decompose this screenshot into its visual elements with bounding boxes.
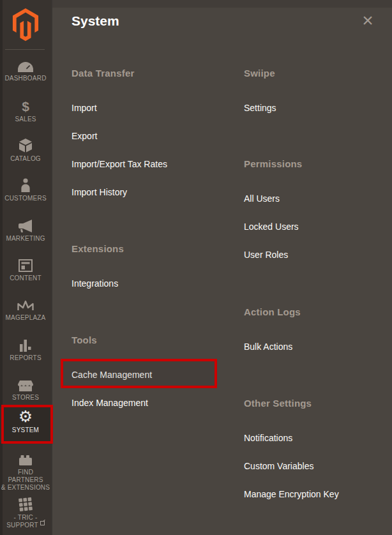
menu-item-cache-management[interactable]: Cache Management xyxy=(72,368,239,381)
section-data-transfer: Data Transfer Import Export Import/Expor… xyxy=(72,67,239,214)
sidebar-item-customers[interactable]: CUSTOMERS xyxy=(0,175,51,212)
sidebar-item-label: - TRIC - SUPPORT xyxy=(6,514,45,529)
section-tools: Tools Cache Management Index Management xyxy=(72,334,239,425)
external-link-icon xyxy=(40,521,45,525)
magento-logo-icon xyxy=(11,8,40,41)
menu-item-import[interactable]: Import xyxy=(72,102,239,114)
mageplaza-m-icon xyxy=(17,294,34,312)
sidebar-item-mageplaza[interactable]: MAGEPLAZA xyxy=(0,294,51,331)
menu-item-bulk-actions[interactable]: Bulk Actions xyxy=(244,340,387,353)
sidebar-item-label: SYSTEM xyxy=(12,426,39,434)
storefront-icon xyxy=(17,374,34,392)
sidebar-item-marketing[interactable]: MARKETING xyxy=(0,215,51,252)
menu-item-settings[interactable]: Settings xyxy=(244,102,387,114)
menu-item-integrations[interactable]: Integrations xyxy=(72,277,239,290)
gear-icon: ⚙ xyxy=(19,407,33,425)
sidebar-item-label: CUSTOMERS xyxy=(4,195,47,202)
system-flyout-menu: System × Data Transfer Import Export Imp… xyxy=(51,0,392,535)
gauge-icon xyxy=(17,55,34,73)
sidebar-divider xyxy=(5,49,45,50)
sidebar-item-label: CATALOG xyxy=(10,155,41,163)
sidebar-item-content[interactable]: CONTENT xyxy=(0,255,51,292)
sidebar-item-label: CONTENT xyxy=(10,275,41,282)
section-title: Data Transfer xyxy=(72,67,239,80)
menu-item-index-management[interactable]: Index Management xyxy=(72,396,239,409)
sidebar-item-find-partners[interactable]: FIND PARTNERS & EXTENSIONS xyxy=(0,451,51,492)
section-extensions: Extensions Integrations xyxy=(72,243,239,305)
rubik-cube-icon xyxy=(18,494,33,512)
section-title: Other Settings xyxy=(244,397,387,410)
sidebar-item-label: REPORTS xyxy=(10,354,41,362)
menu-item-user-roles[interactable]: User Roles xyxy=(244,248,387,261)
menu-item-all-users[interactable]: All Users xyxy=(244,192,387,205)
sidebar-item-catalog[interactable]: CATALOG xyxy=(0,135,51,172)
menu-item-locked-users[interactable]: Locked Users xyxy=(244,220,387,233)
section-title: Permissions xyxy=(244,158,387,170)
flyout-column-left: Data Transfer Import Export Import/Expor… xyxy=(72,0,239,535)
admin-sidebar: DASHBOARD $ SALES CATALOG CUSTOMERS xyxy=(0,0,51,535)
section-title: Action Logs xyxy=(244,306,387,319)
bar-chart-icon xyxy=(19,335,33,352)
sidebar-item-stores[interactable]: STORES xyxy=(0,374,51,411)
brick-icon xyxy=(17,451,34,467)
sidebar-item-sales[interactable]: $ SALES xyxy=(0,96,51,133)
sidebar-item-label: MAGEPLAZA xyxy=(6,314,46,322)
box-icon xyxy=(18,135,33,153)
person-icon xyxy=(19,175,33,193)
megaphone-icon xyxy=(17,215,34,233)
section-swiipe: Swiipe Settings xyxy=(244,67,387,130)
menu-item-export[interactable]: Export xyxy=(72,130,239,142)
menu-item-custom-variables[interactable]: Custom Variables xyxy=(244,460,387,472)
magento-logo[interactable] xyxy=(0,5,51,45)
layout-icon xyxy=(18,255,33,273)
menu-item-import-history[interactable]: Import History xyxy=(72,186,239,199)
section-permissions: Permissions All Users Locked Users User … xyxy=(244,158,387,276)
sidebar-item-label: FIND PARTNERS & EXTENSIONS xyxy=(0,469,51,492)
menu-item-manage-encryption-key[interactable]: Manage Encryption Key xyxy=(244,488,387,501)
flyout-column-right: Swiipe Settings Permissions All Users Lo… xyxy=(244,0,387,535)
sidebar-item-reports[interactable]: REPORTS xyxy=(0,335,51,372)
sidebar-item-tric-support[interactable]: - TRIC - SUPPORT xyxy=(0,494,51,535)
menu-item-notifications[interactable]: Notifications xyxy=(244,432,387,444)
sidebar-item-system[interactable]: ⚙ SYSTEM xyxy=(0,407,51,443)
sidebar-item-dashboard[interactable]: DASHBOARD xyxy=(0,55,51,92)
sidebar-item-label: DASHBOARD xyxy=(4,75,46,82)
menu-item-import-export-tax-rates[interactable]: Import/Export Tax Rates xyxy=(72,158,239,170)
section-action-logs: Action Logs Bulk Actions xyxy=(244,306,387,368)
sidebar-item-label: SALES xyxy=(15,116,36,123)
section-title: Swiipe xyxy=(244,67,387,80)
dollar-icon: $ xyxy=(22,96,29,114)
section-title: Extensions xyxy=(72,243,239,255)
section-other-settings: Other Settings Notifications Custom Vari… xyxy=(244,397,387,516)
sidebar-item-label: STORES xyxy=(12,394,39,402)
section-title: Tools xyxy=(72,334,239,347)
sidebar-item-label: MARKETING xyxy=(6,235,45,243)
